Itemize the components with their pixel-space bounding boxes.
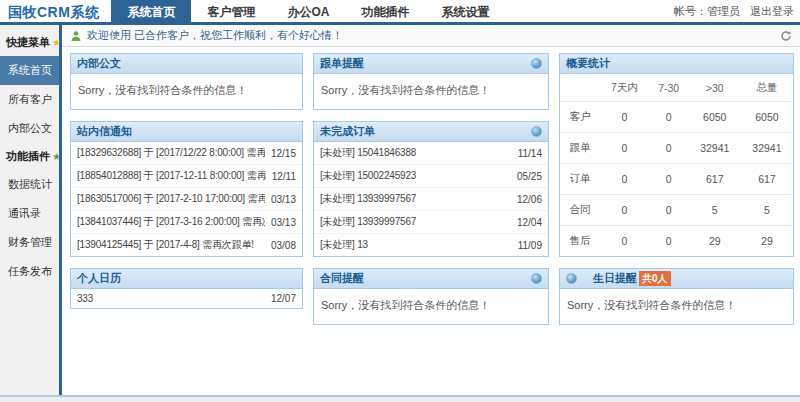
table-header: 7-30	[649, 74, 689, 102]
table-header-empty	[560, 74, 600, 102]
orders-list: [未处理] 15041846388 11/14 [未处理] 1500224592…	[314, 142, 548, 256]
main-nav: 系统首页 客户管理 办公OA 功能插件 系统设置	[111, 0, 505, 22]
globe-icon	[531, 273, 542, 284]
row-label: 订单	[560, 164, 600, 195]
dashboard-panels: 内部公文 Sorry，没有找到符合条件的信息！ 站内信通知 [183296326…	[62, 47, 800, 336]
cell: 32941	[689, 133, 741, 164]
message-text: [13904125445] 于 [2017-4-8] 需再次跟单!	[77, 238, 254, 252]
panel-contract-reminder: 合同提醒 Sorry，没有找到符合条件的信息！	[313, 268, 549, 325]
tab-customer-management[interactable]: 客户管理	[191, 0, 271, 22]
panel-title: 跟单提醒	[320, 56, 364, 71]
panel-personal-calendar: 个人日历 333 12/07	[70, 268, 303, 309]
row-label: 售后	[560, 226, 600, 257]
table-row: 售后 0 0 29 29	[560, 226, 793, 257]
order-date: 12/06	[511, 194, 542, 205]
sidebar-item-data-stats[interactable]: 数据统计	[0, 170, 59, 199]
panel-birthday-reminder: 生日提醒 共0人 Sorry，没有找到符合条件的信息！	[559, 268, 794, 325]
cell: 6050	[689, 102, 741, 133]
panel-birthday-reminder-header: 生日提醒 共0人	[560, 269, 793, 289]
order-text: [未处理] 15041846388	[320, 146, 416, 160]
sidebar-item-task-publish[interactable]: 任务发布	[0, 257, 59, 286]
message-text: [13841037446] 于 [2017-3-16 2:00:00] 需再次跟…	[77, 215, 265, 229]
list-item[interactable]: [18630517006] 于 [2017-2-10 17:00:00] 需再次…	[71, 188, 302, 211]
content-area: 欢迎使用 已合作客户，祝您工作顺利，有个好心情！ 内部公文 Sorry，没有找到…	[62, 25, 800, 395]
row-label: 跟单	[560, 133, 600, 164]
site-messages-list: [18329632688] 于 [2017/12/22 8:00:00] 需再次…	[71, 142, 302, 256]
app-logo: 国牧CRM系统	[0, 0, 111, 22]
sidebar-item-internal-docs[interactable]: 内部公文	[0, 114, 59, 143]
list-item[interactable]: [未处理] 15002245923 05/25	[314, 165, 548, 188]
cell: 0	[600, 102, 649, 133]
order-text: [未处理] 15002245923	[320, 169, 416, 183]
message-date: 12/11	[266, 171, 296, 182]
cell: 32941	[741, 133, 793, 164]
panel-contract-reminder-header: 合同提醒	[314, 269, 548, 289]
sidebar-section-label: 快捷菜单	[6, 35, 50, 50]
panel-overview-stats: 概要统计 7天内 7-30 >30 总量	[559, 53, 794, 257]
empty-message: Sorry，没有找到符合条件的信息！	[314, 74, 548, 109]
row-label: 合同	[560, 195, 600, 226]
row-label: 客户	[560, 102, 600, 133]
user-icon	[70, 30, 82, 42]
table-header: 7天内	[600, 74, 649, 102]
refresh-icon[interactable]	[780, 30, 792, 42]
panel-title: 个人日历	[77, 271, 121, 286]
cell: 5	[689, 195, 741, 226]
list-item[interactable]: [未处理] 15041846388 11/14	[314, 142, 548, 165]
tab-system-settings[interactable]: 系统设置	[425, 0, 505, 22]
panel-title: 生日提醒	[593, 271, 637, 286]
cell: 0	[649, 133, 689, 164]
sidebar-item-contacts[interactable]: 通讯录	[0, 199, 59, 228]
sidebar-item-all-customers[interactable]: 所有客户	[0, 85, 59, 114]
welcome-bar: 欢迎使用 已合作客户，祝您工作顺利，有个好心情！	[62, 25, 800, 47]
globe-icon	[566, 273, 577, 284]
cell: 29	[689, 226, 741, 257]
list-item[interactable]: [13904125445] 于 [2017-4-8] 需再次跟单! 03/08	[71, 234, 302, 256]
panel-title: 概要统计	[566, 56, 610, 71]
list-item[interactable]: [18329632688] 于 [2017/12/22 8:00:00] 需再次…	[71, 142, 302, 165]
cell: 617	[741, 164, 793, 195]
list-item[interactable]: [未处理] 13939997567 12/04	[314, 211, 548, 234]
cell: 29	[741, 226, 793, 257]
empty-message: Sorry，没有找到符合条件的信息！	[560, 289, 793, 324]
table-header: >30	[689, 74, 741, 102]
column-2: 跟单提醒 Sorry，没有找到符合条件的信息！ 未完成订单 [未处理] 1504…	[313, 53, 549, 336]
column-3: 概要统计 7天内 7-30 >30 总量	[559, 53, 794, 336]
cell: 0	[600, 133, 649, 164]
account-label: 帐号：管理员	[674, 4, 740, 19]
tab-home[interactable]: 系统首页	[111, 0, 191, 22]
panel-title: 站内信通知	[77, 124, 132, 139]
list-item[interactable]: 333 12/07	[71, 289, 302, 308]
sidebar-item-home[interactable]: 系统首页	[0, 56, 59, 85]
panel-internal-docs-header: 内部公文	[71, 54, 302, 74]
tab-office-oa[interactable]: 办公OA	[271, 0, 345, 22]
welcome-text: 欢迎使用 已合作客户，祝您工作顺利，有个好心情！	[87, 28, 343, 43]
panel-follow-up-reminder: 跟单提醒 Sorry，没有找到符合条件的信息！	[313, 53, 549, 110]
message-text: [18854012888] 于 [2017-12-11 8:00:00] 需再次…	[77, 169, 266, 183]
star-icon: ★	[52, 152, 61, 162]
star-icon: ★	[52, 38, 61, 48]
overview-stats-table: 7天内 7-30 >30 总量 客户 0 0 6050	[560, 74, 793, 256]
order-date: 05/25	[511, 171, 542, 182]
globe-icon	[531, 58, 542, 69]
cell: 0	[649, 102, 689, 133]
list-item[interactable]: [13841037446] 于 [2017-3-16 2:00:00] 需再次跟…	[71, 211, 302, 234]
list-item[interactable]: [未处理] 13939997567 12/06	[314, 188, 548, 211]
list-item[interactable]: [18854012888] 于 [2017-12-11 8:00:00] 需再次…	[71, 165, 302, 188]
calendar-date: 12/07	[265, 293, 296, 304]
message-date: 03/13	[265, 194, 296, 205]
logout-link[interactable]: 退出登录	[750, 4, 794, 19]
list-item[interactable]: [未处理] 13 11/09	[314, 234, 548, 256]
panel-personal-calendar-header: 个人日历	[71, 269, 302, 289]
table-row: 跟单 0 0 32941 32941	[560, 133, 793, 164]
panel-site-messages: 站内信通知 [18329632688] 于 [2017/12/22 8:00:0…	[70, 121, 303, 257]
order-date: 11/14	[512, 148, 542, 159]
empty-message: Sorry，没有找到符合条件的信息！	[314, 289, 548, 324]
globe-icon	[531, 126, 542, 137]
sidebar-item-finance[interactable]: 财务管理	[0, 228, 59, 257]
panel-overview-stats-header: 概要统计	[560, 54, 793, 74]
panel-title: 内部公文	[77, 56, 121, 71]
tab-plugins[interactable]: 功能插件	[345, 0, 425, 22]
cell: 0	[649, 164, 689, 195]
top-header: 国牧CRM系统 系统首页 客户管理 办公OA 功能插件 系统设置 帐号：管理员 …	[0, 0, 800, 25]
